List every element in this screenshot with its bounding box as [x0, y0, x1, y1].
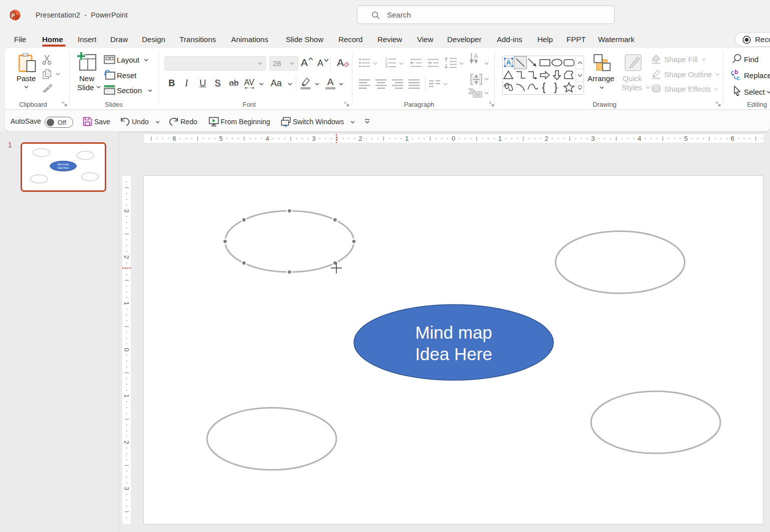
svg-text:AV: AV: [244, 78, 254, 87]
svg-text:6: 6: [731, 135, 734, 142]
svg-text:2: 2: [123, 255, 130, 259]
svg-text:5: 5: [684, 135, 688, 142]
svg-text:1: 1: [498, 135, 502, 142]
svg-text:Mind map: Mind map: [415, 323, 492, 342]
svg-text:0: 0: [452, 135, 455, 142]
svg-text:A: A: [506, 59, 511, 66]
svg-text:A: A: [474, 53, 478, 60]
svg-text:Mind map: Mind map: [58, 163, 69, 166]
svg-text:P: P: [11, 13, 15, 19]
svg-text:}: }: [554, 81, 557, 93]
svg-text:2: 2: [544, 135, 548, 142]
svg-text:6: 6: [172, 135, 176, 142]
svg-text:c: c: [736, 75, 740, 81]
svg-text:Idea Here: Idea Here: [58, 166, 69, 169]
svg-text:1: 1: [123, 394, 130, 398]
svg-text:3: 3: [385, 64, 388, 69]
svg-text:3: 3: [123, 209, 130, 212]
svg-text:{: {: [542, 81, 545, 93]
svg-text:0: 0: [123, 348, 130, 351]
svg-text:1: 1: [405, 135, 409, 142]
svg-text:Idea Here: Idea Here: [415, 344, 492, 364]
svg-text:3: 3: [123, 487, 130, 490]
svg-text:5: 5: [219, 135, 223, 142]
svg-text:2: 2: [123, 440, 130, 444]
svg-text:3: 3: [591, 135, 595, 142]
svg-text:1: 1: [123, 302, 130, 305]
svg-text:3: 3: [312, 135, 316, 142]
svg-text:2: 2: [358, 135, 362, 142]
svg-text:A: A: [327, 77, 334, 87]
svg-text:4: 4: [638, 135, 641, 142]
svg-text:4: 4: [266, 135, 269, 142]
